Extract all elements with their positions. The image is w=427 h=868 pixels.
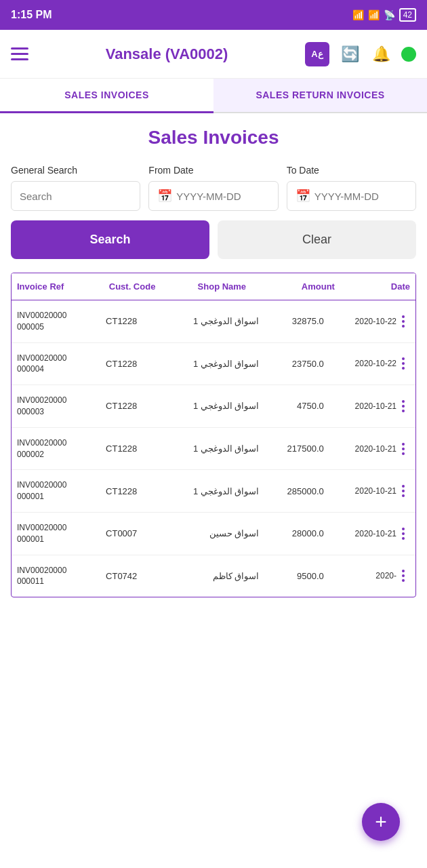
- to-date-wrap: 📅: [287, 181, 416, 211]
- clear-button[interactable]: Clear: [218, 220, 416, 259]
- cell-date: 2020-: [324, 571, 396, 580]
- cell-shop-name: اسواق الدوغجي 1: [170, 316, 259, 326]
- cell-amount: 9500.0: [259, 571, 323, 581]
- table-body: INV00020000000005 CT1228 اسواق الدوغجي 1…: [12, 300, 415, 597]
- cell-amount: 28000.0: [259, 528, 323, 538]
- cell-cust-code: CT1228: [106, 316, 170, 326]
- tab-bar: SALES INVOICES SALES RETURN INVOICES: [0, 79, 427, 113]
- cell-shop-name: اسواق الدوغجي 1: [170, 401, 259, 411]
- cell-date: 2020-10-21: [324, 529, 396, 538]
- hamburger-menu[interactable]: [11, 47, 28, 60]
- cell-invoice-ref: INV00020000000011: [17, 565, 106, 588]
- cell-date: 2020-10-22: [324, 359, 396, 368]
- status-time: 1:15 PM: [11, 9, 52, 21]
- search-labels: General Search From Date To Date: [11, 165, 416, 176]
- table-row[interactable]: INV00020000000001 CT0007 اسواق حسين 2800…: [12, 513, 415, 555]
- cell-date: 2020-10-21: [324, 444, 396, 454]
- cell-amount: 217500.0: [259, 443, 323, 454]
- cell-shop-name: اسواق الدوغجي 1: [170, 486, 259, 496]
- row-more-menu[interactable]: [396, 400, 410, 412]
- page-title: Sales Invoices: [11, 127, 416, 149]
- cell-date: 2020-10-21: [324, 486, 396, 496]
- from-date-calendar-icon: 📅: [157, 189, 172, 203]
- cell-date: 2020-10-22: [324, 317, 396, 326]
- cell-shop-name: اسواق الدوغجي 1: [170, 443, 259, 454]
- from-date-wrap: 📅: [148, 181, 278, 211]
- row-more-menu[interactable]: [396, 357, 410, 370]
- sync-icon[interactable]: 🔄: [339, 43, 361, 65]
- cell-invoice-ref: INV00020000000001: [17, 479, 106, 502]
- signal-icon-2: 📶: [368, 9, 380, 20]
- cell-cust-code: CT1228: [106, 359, 170, 369]
- col-header-cust-code: Cust. Code: [109, 281, 176, 292]
- col-header-date: Date: [335, 281, 410, 292]
- table-row[interactable]: INV00020000000005 CT1228 اسواق الدوغجي 1…: [12, 300, 415, 343]
- main-content: Sales Invoices General Search From Date …: [0, 113, 427, 611]
- header-actions: Aع 🔄 🔔: [305, 42, 416, 66]
- general-search-label: General Search: [11, 165, 140, 176]
- cell-invoice-ref: INV00020000000002: [17, 437, 106, 460]
- cell-cust-code: CT1228: [106, 486, 170, 496]
- cell-cust-code: CT1228: [106, 401, 170, 411]
- cell-cust-code: CT1228: [106, 443, 170, 454]
- table-row[interactable]: INV00020000000003 CT1228 اسواق الدوغجي 1…: [12, 385, 415, 428]
- col-header-amount: Amount: [268, 281, 335, 292]
- cell-invoice-ref: INV00020000000003: [17, 395, 106, 418]
- cell-amount: 4750.0: [259, 401, 323, 411]
- row-more-menu[interactable]: [396, 528, 410, 540]
- cell-invoice-ref: INV00020000000005: [17, 310, 106, 333]
- cell-cust-code: CT0742: [106, 571, 170, 581]
- to-date-input[interactable]: [314, 191, 407, 202]
- battery-indicator: 42: [399, 8, 416, 22]
- tab-sales-invoices[interactable]: SALES INVOICES: [0, 79, 214, 113]
- search-input-row: 📅 📅: [11, 181, 416, 211]
- cell-shop-name: اسواق حسين: [170, 528, 259, 538]
- to-date-label: To Date: [287, 165, 416, 176]
- cell-date: 2020-10-21: [324, 401, 396, 411]
- status-dot: [401, 47, 416, 62]
- search-button[interactable]: Search: [11, 220, 209, 259]
- status-icons: 📶 📶 📡 42: [352, 8, 416, 22]
- wifi-icon: 📡: [384, 9, 395, 20]
- action-buttons: Search Clear: [11, 220, 416, 259]
- row-more-menu[interactable]: [396, 443, 410, 455]
- to-date-calendar-icon: 📅: [296, 189, 310, 203]
- from-date-input[interactable]: [176, 191, 269, 202]
- general-search-wrap: [11, 181, 140, 211]
- invoice-table: Invoice Ref Cust. Code Shop Name Amount …: [11, 273, 416, 597]
- table-header: Invoice Ref Cust. Code Shop Name Amount …: [12, 273, 415, 300]
- table-row[interactable]: INV00020000000011 CT0742 اسواق كاظم 9500…: [12, 555, 415, 597]
- add-invoice-fab[interactable]: +: [362, 803, 400, 841]
- signal-icon-1: 📶: [352, 9, 364, 20]
- language-toggle-icon[interactable]: Aع: [305, 42, 329, 66]
- app-title: Vansale (VA0002): [106, 45, 228, 63]
- cell-shop-name: اسواق كاظم: [170, 571, 259, 581]
- cell-invoice-ref: INV00020000000001: [17, 522, 106, 545]
- table-row[interactable]: INV00020000000001 CT1228 اسواق الدوغجي 1…: [12, 470, 415, 513]
- from-date-label: From Date: [148, 165, 278, 176]
- table-row[interactable]: INV00020000000004 CT1228 اسواق الدوغجي 1…: [12, 343, 415, 386]
- cell-shop-name: اسواق الدوغجي 1: [170, 359, 259, 369]
- general-search-input[interactable]: [20, 191, 131, 202]
- header: Vansale (VA0002) Aع 🔄 🔔: [0, 30, 427, 79]
- tab-sales-return-invoices[interactable]: SALES RETURN INVOICES: [214, 79, 427, 112]
- cell-cust-code: CT0007: [106, 528, 170, 538]
- row-more-menu[interactable]: [396, 485, 410, 497]
- cell-amount: 32875.0: [259, 316, 323, 326]
- cell-amount: 23750.0: [259, 359, 323, 369]
- table-row[interactable]: INV00020000000002 CT1228 اسواق الدوغجي 1…: [12, 428, 415, 471]
- row-more-menu[interactable]: [396, 570, 410, 582]
- cell-amount: 285000.0: [259, 486, 323, 496]
- status-bar: 1:15 PM 📶 📶 📡 42: [0, 0, 427, 30]
- col-header-invoice-ref: Invoice Ref: [17, 281, 109, 292]
- row-more-menu[interactable]: [396, 315, 410, 328]
- notifications-icon[interactable]: 🔔: [370, 43, 392, 65]
- col-header-shop-name: Shop Name: [176, 281, 268, 292]
- cell-invoice-ref: INV00020000000004: [17, 353, 106, 376]
